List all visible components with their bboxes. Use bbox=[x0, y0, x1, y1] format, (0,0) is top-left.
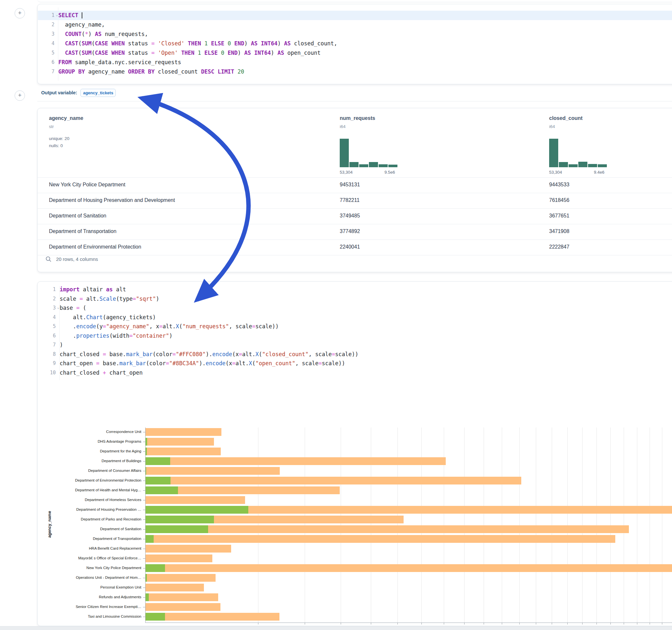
code-line[interactable]: 4 CAST(SUM(CASE WHEN status = 'Closed' T… bbox=[38, 39, 672, 48]
histogram-bar bbox=[559, 162, 568, 167]
y-axis-tick bbox=[143, 568, 145, 568]
line-number: 7 bbox=[40, 67, 54, 76]
fold-caret-icon[interactable]: ⌄ bbox=[56, 10, 58, 20]
y-axis-tick bbox=[143, 471, 145, 471]
table-cell: 3774892 bbox=[340, 228, 360, 234]
x-axis-tick bbox=[637, 623, 637, 625]
code-line[interactable]: 6FROM sample_data.nyc.service_requests bbox=[38, 58, 672, 67]
column-histogram bbox=[340, 139, 398, 167]
python-cell[interactable]: 1import altair as alt2scale = alt.Scale(… bbox=[37, 281, 672, 626]
column-header[interactable]: num_requests bbox=[340, 115, 375, 121]
y-axis-label: Department of Consumer Affairs bbox=[38, 468, 141, 472]
code-token: = bbox=[151, 40, 154, 47]
code-token: 0 bbox=[221, 50, 224, 56]
previous-cell-edge bbox=[37, 0, 672, 2]
table-cell: Department of Sanitation bbox=[49, 213, 106, 219]
sql-cell[interactable]: 1⌄SELECT 2 agency_name,3 COUNT(*) AS num… bbox=[37, 4, 672, 84]
histogram-bar bbox=[588, 164, 597, 167]
code-token bbox=[224, 40, 227, 47]
table-cell: Department of Environmental Protection bbox=[49, 244, 141, 250]
open-count-bar bbox=[145, 613, 165, 621]
line-number: 5 bbox=[40, 48, 54, 58]
code-token: WHEN bbox=[112, 50, 125, 56]
x-axis-tick bbox=[484, 623, 484, 625]
column-type: i64 bbox=[340, 124, 345, 129]
code-token: AS bbox=[251, 40, 257, 47]
column-header[interactable]: closed_count bbox=[549, 115, 582, 121]
code-text: SELECT bbox=[58, 11, 82, 20]
code-line[interactable]: 1⌄SELECT bbox=[38, 11, 672, 20]
table-cell: 7618456 bbox=[549, 197, 569, 203]
y-axis-label: Department of Transportation bbox=[38, 537, 141, 540]
closed-count-bar bbox=[145, 447, 221, 455]
x-axis-tick bbox=[341, 623, 341, 625]
code-token: THEN bbox=[181, 50, 194, 56]
table-row[interactable]: Department of Transportation377489234719… bbox=[38, 224, 672, 240]
code-line[interactable]: 3 COUNT(*) AS num_requests, bbox=[38, 29, 672, 39]
code-token: 20 bbox=[238, 68, 244, 75]
row-divider bbox=[38, 255, 672, 256]
code-token: SELECT bbox=[58, 12, 78, 19]
add-cell-button[interactable]: + bbox=[15, 8, 25, 19]
x-axis-tick bbox=[422, 623, 422, 625]
code-line[interactable]: 5 CAST(SUM(CASE WHEN status = 'Open' THE… bbox=[38, 48, 672, 58]
code-token bbox=[185, 40, 188, 47]
code-line[interactable]: 7GROUP BY agency_name ORDER BY closed_co… bbox=[38, 67, 672, 76]
y-axis-label: Operations Unit - Department of Hom… bbox=[38, 576, 141, 579]
histogram-bar bbox=[549, 139, 558, 167]
histogram-bar bbox=[569, 164, 578, 167]
x-axis-tick bbox=[258, 623, 258, 625]
y-axis-label: Department of Homeless Services bbox=[38, 498, 141, 502]
y-axis-tick bbox=[143, 549, 145, 549]
gridline bbox=[650, 428, 650, 623]
closed-count-bar bbox=[145, 438, 214, 445]
closed-count-bar bbox=[145, 496, 245, 504]
code-token: ) bbox=[271, 50, 277, 56]
code-token: END bbox=[234, 40, 244, 47]
table-row[interactable]: Department of Environmental Protection22… bbox=[38, 240, 672, 255]
dataframe-preview: agency_namestrunique: 20nulls: 0num_requ… bbox=[37, 108, 672, 272]
x-axis-tick bbox=[552, 623, 552, 625]
x-axis-tick bbox=[582, 623, 582, 625]
code-token bbox=[108, 50, 112, 56]
code-token bbox=[78, 12, 81, 19]
code-token: GROUP bbox=[58, 68, 75, 75]
sql-code-editor[interactable]: 1⌄SELECT 2 agency_name,3 COUNT(*) AS num… bbox=[38, 4, 672, 84]
output-variable-label: Output variable: bbox=[41, 90, 77, 95]
code-token: AS bbox=[95, 31, 101, 37]
code-token: ( bbox=[78, 40, 81, 47]
code-token bbox=[178, 50, 181, 56]
histogram-bar bbox=[369, 162, 378, 167]
line-number: 3 bbox=[40, 29, 54, 39]
code-line[interactable]: 2 agency_name, bbox=[38, 20, 672, 29]
code-text: agency_name, bbox=[58, 20, 105, 29]
code-token: ( bbox=[91, 40, 95, 47]
column-stat: nulls: 0 bbox=[49, 143, 63, 148]
column-histogram bbox=[549, 139, 607, 167]
code-token: THEN bbox=[188, 40, 201, 47]
code-token: ELSE bbox=[211, 40, 224, 47]
gridline bbox=[624, 428, 624, 623]
closed-count-bar bbox=[145, 467, 280, 475]
table-row[interactable]: Department of Sanitation37494853677651 bbox=[38, 209, 672, 224]
code-text: CAST(SUM(CASE WHEN status = 'Closed' THE… bbox=[58, 39, 337, 48]
output-variable-badge[interactable]: agency_tickets bbox=[80, 89, 116, 97]
histogram-max-label: 9.5e6 bbox=[384, 170, 395, 175]
x-axis-tick bbox=[444, 623, 444, 625]
y-axis-label: Department of Buildings bbox=[38, 459, 141, 463]
y-axis-title: agency_name bbox=[47, 511, 52, 538]
search-icon[interactable] bbox=[45, 256, 51, 262]
column-header[interactable]: agency_name bbox=[49, 115, 83, 121]
code-token: 'Closed' bbox=[158, 40, 185, 47]
y-axis-tick bbox=[143, 529, 145, 530]
table-row[interactable]: New York City Police Department945313194… bbox=[38, 177, 672, 193]
code-token bbox=[224, 50, 227, 56]
table-cell: 2222847 bbox=[549, 244, 569, 250]
histogram-bar bbox=[578, 162, 587, 167]
code-token: 1 bbox=[205, 40, 208, 47]
y-axis-label: Department of Housing Preservation … bbox=[38, 508, 141, 511]
add-cell-button[interactable]: + bbox=[15, 91, 25, 101]
line-number: 2 bbox=[40, 20, 54, 29]
code-token: closed_count bbox=[154, 68, 201, 75]
table-row[interactable]: Department of Housing Preservation and D… bbox=[38, 193, 672, 209]
